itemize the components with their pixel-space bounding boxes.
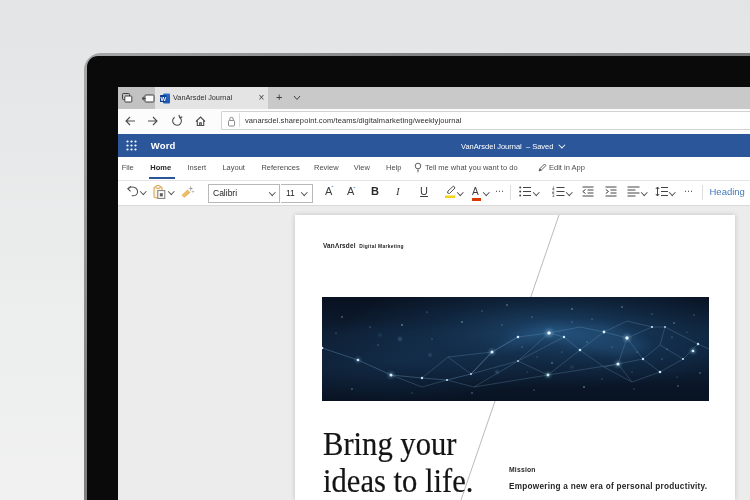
svg-text:W: W: [160, 96, 166, 102]
svg-text:3: 3: [552, 193, 555, 197]
